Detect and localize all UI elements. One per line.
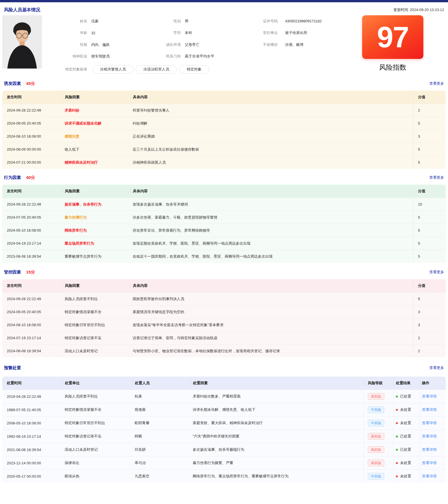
section-title: 行为因素 xyxy=(4,175,21,180)
row-score: 5 xyxy=(413,224,446,237)
table-row: 2024-07-19 23:17:14 特定对象访查记录不实 访查记录过于简单、… xyxy=(2,331,446,344)
row-time: 2024-04-19 23:17:14 xyxy=(2,241,62,245)
view-detail-link[interactable]: 查看详情 xyxy=(422,420,437,426)
result-status-dot xyxy=(396,435,398,437)
row-factor: 家庭变故、重大疾病、精神疾病未及时治疗 xyxy=(190,420,364,426)
section-control-factors-header: 管控因素 15分 查看更多 xyxy=(4,269,444,275)
field-id-number: 证件号码430502199809171182 xyxy=(241,15,322,27)
row-factor: 网络异常行为、重点场所异常行为、重要敏感节点异常行为 xyxy=(190,474,364,479)
row-time: 2024-07-05 20:40:05 xyxy=(2,215,62,219)
result-label: 未处置 xyxy=(400,407,411,412)
view-more-link[interactable]: 查看更多 xyxy=(429,81,444,86)
page-container: 风险人员基本情况 更新时间2024-09-20 13:23:12 姓名伍豪 年龄… xyxy=(0,7,448,483)
view-detail-link[interactable]: 查看详情 xyxy=(422,460,437,465)
col-header-factor: 风险因素 xyxy=(62,188,130,194)
table-row: 2020-05-17 00:00:00 眼须从热 九思美空 网络异常行为、重点场… xyxy=(2,469,446,483)
row-time: 2019-04-28 22:22:49 xyxy=(2,394,62,399)
tags-label: 特定对象标签 xyxy=(45,67,87,72)
view-more-link[interactable]: 查看更多 xyxy=(429,175,444,180)
row-score: 2 xyxy=(413,345,446,357)
row-unit: 特定对象访查记录不实 xyxy=(62,434,132,439)
person-avatar-image xyxy=(2,15,42,69)
row-action: 查看详情 xyxy=(420,456,446,469)
row-content: 近三个月及以上无公积金或社保缴存数据 xyxy=(130,147,413,152)
result-label: 未处置 xyxy=(400,474,411,479)
view-detail-link[interactable]: 查看详情 xyxy=(422,394,437,399)
row-result: 未处置 xyxy=(393,417,420,430)
row-risk-level: 高风险 xyxy=(364,390,393,403)
col-header-time: 处置时间 xyxy=(2,380,62,386)
col-header-score: 分值 xyxy=(413,94,446,100)
field-value: 430502199809171182 xyxy=(285,19,322,23)
row-result: 未处置 xyxy=(393,456,420,469)
row-risk-factor: 特定对象访查记录不实 xyxy=(62,336,130,341)
field-label: 性别 xyxy=(144,19,181,24)
row-risk-factor: 收入低下 xyxy=(62,147,130,152)
section-title: 预警处置 xyxy=(4,365,21,371)
row-time: 2024-09-05 20:40:05 xyxy=(2,121,62,125)
row-person: 杭美 xyxy=(132,394,190,399)
field-value: 伍豪 xyxy=(91,19,99,24)
page-title: 风险人员基本情况 xyxy=(4,7,40,13)
row-factor: “六失”诱因中的关键失控因素 xyxy=(190,434,364,439)
col-header-content: 具体内容 xyxy=(130,94,413,100)
row-time: 1988-07-05 21:40:05 xyxy=(2,408,62,412)
row-score: 3 xyxy=(413,319,446,331)
table-row: 2024-09-28 22:22:49 风险人员排查不到位 因故意犯罪被作出刑事… xyxy=(2,292,446,305)
update-time: 更新时间2024-09-20 13:23:12 xyxy=(393,7,444,12)
col-header-score: 分值 xyxy=(413,283,446,289)
row-risk-factor: 网络异常行为 xyxy=(62,228,130,233)
risk-score-label: 风险指数 xyxy=(362,63,423,72)
table-row: 2024-08-10 16:08:00 感情失意 正在诉讼离婚 3 xyxy=(2,130,446,143)
col-header-unit: 处置单位 xyxy=(62,380,132,386)
row-unit: 风险人员排查不到位 xyxy=(62,394,132,399)
col-header-action: 操作 xyxy=(420,380,446,386)
field-label: 特种职业 xyxy=(45,54,87,59)
control-factors-table: 发生时间 风险因素 具体内容 分值 2024-09-28 22:22:49 风险… xyxy=(2,279,446,357)
table-row: 1992-08-19 23:17:14 特定对象访查记录不实 柯晓 “六失”诱因… xyxy=(2,430,446,443)
row-result: 已处置 xyxy=(393,430,420,443)
table-body: 2019-04-28 22:22:49 风险人员排查不到位 杭美 矛盾纠纷次数多… xyxy=(2,390,446,483)
row-score: 5 xyxy=(413,156,446,169)
row-person: 邱东妍 xyxy=(132,447,190,452)
view-detail-link[interactable]: 查看详情 xyxy=(422,447,437,452)
row-score: 5 xyxy=(413,237,446,250)
table-row: 2024-09-05 20:40:05 诉求不满或长期未化解 纠纷调解 5 xyxy=(2,117,446,130)
profile-column-3: 证件号码430502199809171182 管控单位坡子街派出所 不良嗜好涉酒… xyxy=(241,15,322,51)
row-content: 发现近期在党政机关、学校、医院、景区、商圈等同一地点周边多次出现 xyxy=(130,241,413,246)
view-detail-link[interactable]: 查看详情 xyxy=(422,474,437,479)
row-time: 2021-08-08 18:39:54 xyxy=(2,448,62,452)
row-time: 2024-05-10 16:08:00 xyxy=(2,228,62,232)
field-label: 不良嗜好 xyxy=(241,42,278,47)
row-score: 5 xyxy=(413,117,446,130)
row-time: 2023-08-08 18:39:54 xyxy=(2,254,62,259)
section-trigger-factors-header: 诱发因素 45分 查看更多 xyxy=(4,80,444,87)
field-education: 学历本科 xyxy=(144,27,214,39)
row-action: 查看详情 xyxy=(420,390,446,403)
row-score: 2 xyxy=(413,332,446,344)
field-value: 32 xyxy=(91,31,95,35)
view-detail-link[interactable]: 查看详情 xyxy=(422,434,437,439)
col-header-risk-level: 风险等级 xyxy=(364,380,393,386)
behavior-factors-table: 发生时间 风险因素 具体内容 分值 2024-09-28 22:22:49 扬言… xyxy=(2,185,446,263)
result-status-dot xyxy=(396,475,398,477)
field-value: 坡子街派出所 xyxy=(285,30,307,35)
table-row: 2021-08-08 18:39:54 流动人口未及时登记 邱东妍 多次扬言滋事… xyxy=(2,443,446,456)
table-row: 2024-09-28 22:22:49 扬言滋事、自杀等行为 发现多次扬言滋事、… xyxy=(2,198,446,211)
row-factor: 多次扬言滋事、自杀等极端行为 xyxy=(190,447,364,452)
row-score: 5 xyxy=(413,250,446,263)
row-risk-level: 中风险 xyxy=(364,417,393,430)
view-detail-link[interactable]: 查看详情 xyxy=(422,407,437,412)
row-unit: 特定对象情况掌握不全 xyxy=(62,407,132,412)
view-more-link[interactable]: 查看更多 xyxy=(429,365,444,370)
row-action: 查看详情 xyxy=(420,470,446,483)
row-time: 2023-12-14 00:00:00 xyxy=(2,461,62,465)
table-header-row: 发生时间 风险因素 具体内容 分值 xyxy=(2,185,446,198)
update-time-label: 更新时间 xyxy=(393,8,408,12)
field-value: 父母早亡 xyxy=(185,42,199,47)
field-custom: 民风习俗高于全省平均水平 xyxy=(144,51,214,63)
col-header-result: 处置结果 xyxy=(393,380,420,386)
row-action: 查看详情 xyxy=(420,443,446,456)
view-more-link[interactable]: 查看更多 xyxy=(429,270,444,275)
row-time: 2024-09-05 20:40:05 xyxy=(2,310,62,314)
